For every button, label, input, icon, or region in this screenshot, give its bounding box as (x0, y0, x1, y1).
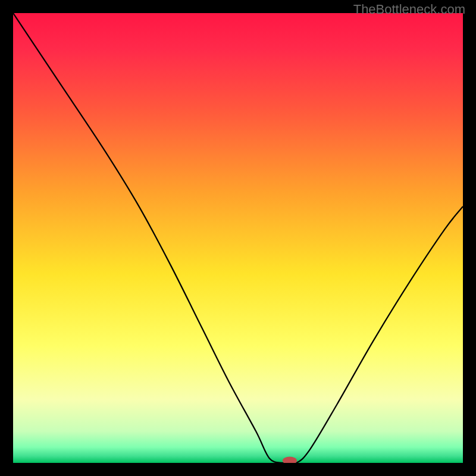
chart-svg (13, 13, 463, 463)
gradient-background (13, 13, 463, 463)
watermark-text: TheBottleneck.com (353, 2, 465, 17)
chart-container: TheBottleneck.com (0, 0, 476, 476)
plot-area (13, 13, 463, 463)
